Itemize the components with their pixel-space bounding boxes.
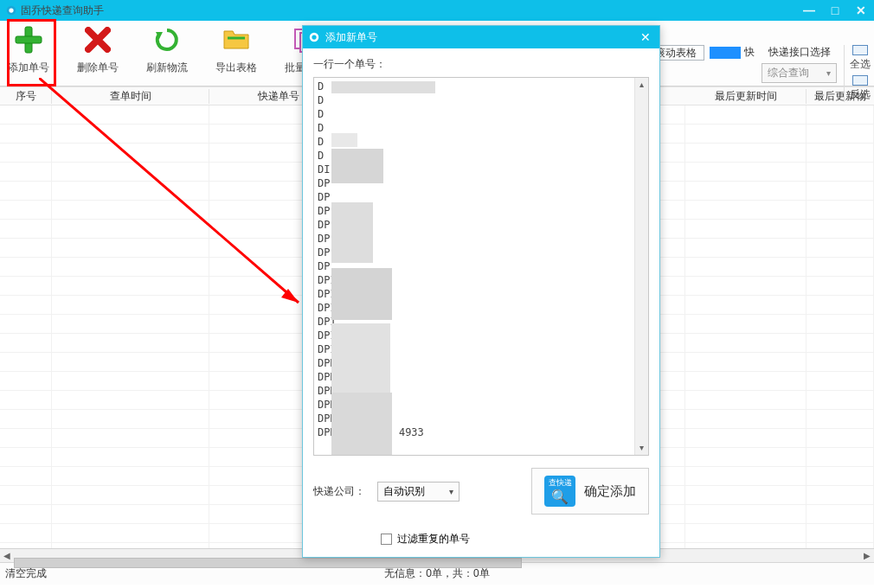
minimize-button[interactable]: — [796, 3, 822, 17]
company-select[interactable]: 自动识别 ▾ [377, 482, 459, 502]
scroll-down-icon[interactable]: ▾ [639, 441, 644, 455]
refresh-button[interactable]: 刷新物流 [144, 24, 190, 75]
speed-bar: 快 [710, 45, 755, 60]
plus-icon [14, 25, 43, 54]
folder-icon [222, 28, 250, 52]
confirm-add-button[interactable]: 查快递🔍 确定添加 [531, 468, 649, 514]
invert-select-button[interactable]: 反选 [850, 75, 871, 102]
interface-title: 快递接口选择 [768, 45, 831, 60]
delete-button[interactable]: 删除单号 [74, 24, 121, 75]
header-time[interactable]: 查单时间 [52, 89, 209, 104]
app-icon [5, 4, 17, 16]
svg-point-10 [312, 35, 316, 39]
add-button[interactable]: 添加单号 [5, 24, 52, 75]
header-number[interactable]: 序号 [0, 89, 52, 104]
modal-close-button[interactable]: ✕ [637, 30, 654, 44]
close-button[interactable]: ✕ [848, 3, 874, 17]
scrollbar-thumb[interactable] [14, 558, 522, 568]
interface-select[interactable]: 综合查询 ▾ [762, 63, 837, 83]
svg-rect-5 [16, 36, 42, 43]
modal-hint: 一行一个单号： [313, 57, 649, 72]
filter-duplicate-label: 过滤重复的单号 [397, 532, 470, 546]
x-icon [85, 27, 111, 53]
maximize-button[interactable]: □ [822, 3, 848, 17]
titlebar: 固乔快递查询助手 — □ ✕ [0, 0, 874, 21]
scroll-right-icon[interactable]: ▶ [860, 551, 874, 560]
scroll-left-icon[interactable]: ◀ [0, 551, 14, 560]
modal-titlebar[interactable]: 添加新单号 ✕ [303, 26, 659, 48]
select-all-button[interactable]: 全选 [850, 45, 871, 72]
chevron-down-icon: ▾ [826, 68, 831, 78]
status-left: 清空完成 [5, 566, 293, 581]
scroll-up-icon[interactable]: ▴ [639, 78, 644, 92]
company-label: 快递公司： [313, 484, 365, 499]
refresh-icon [154, 27, 180, 53]
svg-point-1 [9, 8, 13, 12]
titlebar-title: 固乔快递查询助手 [21, 3, 796, 18]
chevron-down-icon: ▾ [449, 487, 453, 496]
add-tracking-modal: 添加新单号 ✕ 一行一个单号： D D D D D D DI DP DP DP … [302, 25, 660, 558]
search-express-icon: 查快递🔍 [544, 476, 575, 507]
textarea-scrollbar[interactable]: ▴ ▾ [634, 78, 648, 455]
filter-duplicate-checkbox[interactable] [381, 534, 392, 545]
modal-icon [308, 31, 320, 43]
blur-overlay [331, 81, 461, 456]
status-mid: 无信息：0单，共：0单 [293, 566, 582, 581]
export-button[interactable]: 导出表格 [213, 24, 260, 75]
tracking-textarea[interactable]: D D D D D D DI DP DP DP DP DP DP DP DPI … [313, 77, 649, 456]
